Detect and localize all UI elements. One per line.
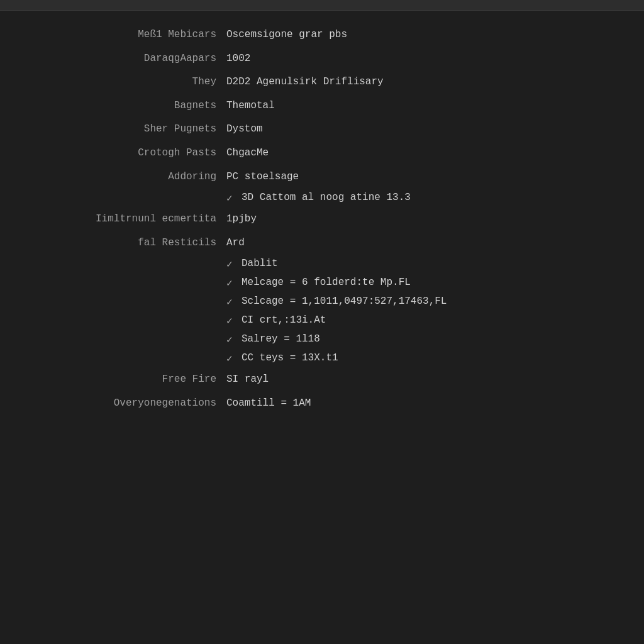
row-label: Sher Pugnets xyxy=(13,121,226,138)
check-row: ✓Melcage = 6 folderd:te Mp.FL xyxy=(0,274,644,292)
check-value-text: CC teys = 13X.t1 xyxy=(242,352,338,364)
data-row: AddoringPC stoelsage xyxy=(0,165,644,189)
row-label: They xyxy=(13,74,226,91)
checkmark-icon: ✓ xyxy=(226,333,236,346)
checkmark-icon: ✓ xyxy=(226,296,236,308)
check-value-col: ✓CI crt,:13i.At xyxy=(226,314,631,327)
row-value: PC stoelsage xyxy=(226,169,631,186)
check-value-col: ✓CC teys = 13X.t1 xyxy=(226,352,631,365)
data-row: OveryonegenationsCoamtill = 1AM xyxy=(0,392,644,416)
data-row: DaraqgAapars1002 xyxy=(0,47,644,71)
row-value: SI rayl xyxy=(226,372,631,388)
row-label: Free Fire xyxy=(13,372,226,388)
check-row: ✓CC teys = 13X.t1 xyxy=(0,349,644,368)
check-value-text: Melcage = 6 folderd:te Mp.FL xyxy=(242,277,411,288)
row-value: 1002 xyxy=(226,51,631,67)
data-row: Iimltrnunl ecmertita1pjby xyxy=(0,208,644,231)
row-label: fal Resticils xyxy=(13,235,226,252)
checkmark-icon: ✓ xyxy=(226,192,236,204)
row-value: Themotal xyxy=(226,98,631,114)
check-row: ✓Dablit xyxy=(0,255,644,274)
check-value-col: ✓Dablit xyxy=(226,258,631,270)
data-row: BagnetsThemotal xyxy=(0,94,644,118)
check-value-col: ✓Sclcage = 1,1011,0497:527,17463,FL xyxy=(226,296,631,308)
check-row: ✓3D Cattom al noog atine 13.3 xyxy=(0,189,644,208)
check-value-text: 3D Cattom al noog atine 13.3 xyxy=(242,192,411,203)
checkmark-icon: ✓ xyxy=(226,352,236,365)
checkmark-icon: ✓ xyxy=(226,314,236,327)
row-label: Addoring xyxy=(13,169,226,186)
data-row: Free FireSI rayl xyxy=(0,368,644,392)
check-value-text: Dablit xyxy=(242,258,278,269)
row-label: Crotogh Pasts xyxy=(13,145,226,162)
row-label: Bagnets xyxy=(13,98,226,114)
check-row: ✓Salrey = 1l18 xyxy=(0,330,644,349)
row-value: D2D2 Agenulsirk Driflisary xyxy=(226,74,631,91)
row-label: DaraqgAapars xyxy=(13,51,226,67)
check-row: ✓CI crt,:13i.At xyxy=(0,311,644,330)
row-label: Overyonegenations xyxy=(13,396,226,412)
checkmark-icon: ✓ xyxy=(226,258,236,270)
row-value: Ard xyxy=(226,235,631,252)
row-value: Coamtill = 1AM xyxy=(226,396,631,412)
row-value: ChgacMe xyxy=(226,145,631,162)
row-value: Dystom xyxy=(226,121,631,138)
row-value: Oscemsigone grar pbs xyxy=(226,27,631,43)
data-row: Meß1 MebicarsOscemsigone grar pbs xyxy=(0,23,644,47)
check-value-text: Sclcage = 1,1011,0497:527,17463,FL xyxy=(242,296,447,307)
checkmark-icon: ✓ xyxy=(226,277,236,289)
row-value: 1pjby xyxy=(226,211,631,228)
data-row: fal ResticilsArd xyxy=(0,231,644,255)
data-row: Sher PugnetsDystom xyxy=(0,118,644,142)
check-value-col: ✓Melcage = 6 folderd:te Mp.FL xyxy=(226,277,631,289)
data-row: Crotogh PastsChgacMe xyxy=(0,142,644,165)
check-value-col: ✓Salrey = 1l18 xyxy=(226,333,631,346)
check-value-text: CI crt,:13i.At xyxy=(242,314,326,326)
content-area: Meß1 MebicarsOscemsigone grar pbsDaraqgA… xyxy=(0,11,644,428)
row-label: Meß1 Mebicars xyxy=(13,27,226,43)
row-label: Iimltrnunl ecmertita xyxy=(13,211,226,228)
data-row: TheyD2D2 Agenulsirk Driflisary xyxy=(0,70,644,94)
check-value-col: ✓3D Cattom al noog atine 13.3 xyxy=(226,192,631,204)
title-bar xyxy=(0,0,644,11)
check-value-text: Salrey = 1l18 xyxy=(242,333,320,345)
check-row: ✓Sclcage = 1,1011,0497:527,17463,FL xyxy=(0,292,644,311)
